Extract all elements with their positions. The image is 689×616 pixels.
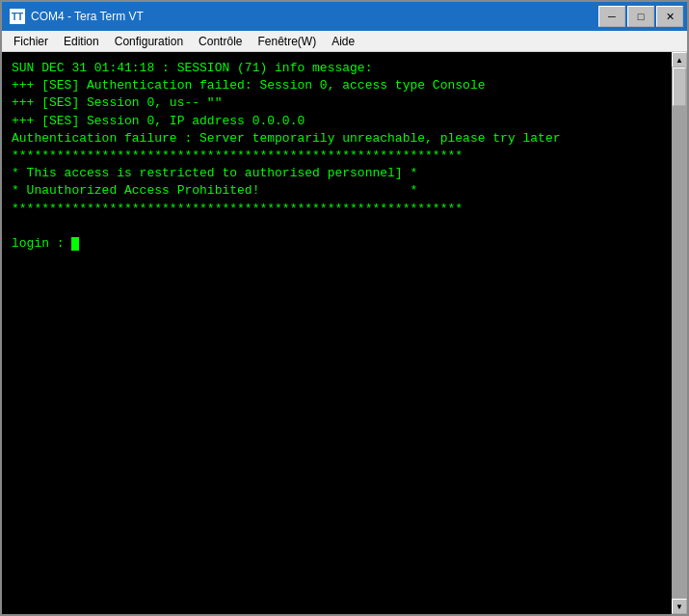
menu-controle[interactable]: Contrôle — [191, 32, 250, 51]
menu-configuration[interactable]: Configuration — [107, 32, 191, 51]
title-bar-left: TT COM4 - Tera Term VT — [10, 9, 144, 24]
menu-fichier[interactable]: Fichier — [6, 32, 56, 51]
app-icon: TT — [10, 9, 25, 24]
menu-edition[interactable]: Edition — [56, 32, 107, 51]
minimize-button[interactable]: ─ — [598, 6, 625, 27]
title-bar: TT COM4 - Tera Term VT ─ □ ✕ — [2, 2, 687, 31]
window-title: COM4 - Tera Term VT — [31, 10, 144, 23]
maximize-button[interactable]: □ — [627, 6, 654, 27]
scroll-down-button[interactable]: ▼ — [672, 599, 687, 614]
cursor — [71, 237, 79, 251]
scrollbar-thumb[interactable] — [673, 67, 686, 106]
scrollbar-track[interactable] — [672, 67, 687, 599]
window-controls: ─ □ ✕ — [598, 6, 683, 27]
menu-fenetre[interactable]: Fenêtre(W) — [250, 32, 324, 51]
scroll-up-button[interactable]: ▲ — [672, 52, 687, 67]
terminal-container: SUN DEC 31 01:41:18 : SESSION (71) info … — [2, 52, 687, 614]
scrollbar[interactable]: ▲ ▼ — [672, 52, 687, 614]
menu-bar: Fichier Edition Configuration Contrôle F… — [2, 31, 687, 52]
close-button[interactable]: ✕ — [656, 6, 683, 27]
menu-aide[interactable]: Aide — [324, 32, 362, 51]
terminal-output[interactable]: SUN DEC 31 01:41:18 : SESSION (71) info … — [2, 52, 672, 614]
window: TT COM4 - Tera Term VT ─ □ ✕ Fichier Edi… — [0, 0, 689, 616]
